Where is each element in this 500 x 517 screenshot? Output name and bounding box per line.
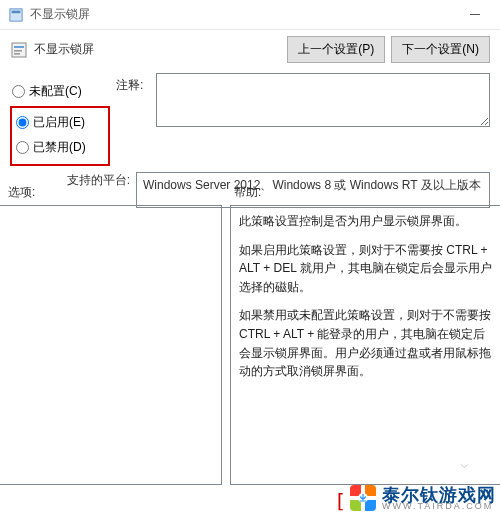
minimize-button[interactable] [458,4,492,26]
svg-rect-1 [12,10,21,13]
radio-disabled[interactable]: 已禁用(D) [14,135,106,160]
lower-panels: 选项: 帮助: 此策略设置控制是否为用户显示锁屏界面。 如果启用此策略设置，则对… [0,182,500,517]
site-watermark: 泰尔钛游戏网 WWW.TAIRDA.COM [350,485,496,511]
help-paragraph: 如果禁用或未配置此策略设置，则对于不需要按 CTRL + ALT + 能登录的用… [239,306,492,380]
config-area: 未配置(C) 已启用(E) 已禁用(D) 注释: [0,73,500,166]
radio-not-configured-input[interactable] [12,85,25,98]
help-label: 帮助: [226,182,500,205]
options-label: 选项: [0,182,226,205]
radio-group: 未配置(C) 已启用(E) 已禁用(D) [10,73,110,166]
comment-label: 注释: [116,73,156,94]
radio-enabled[interactable]: 已启用(E) [14,110,106,135]
svg-rect-4 [14,50,22,52]
svg-rect-3 [14,46,24,48]
window-titlebar: 不显示锁屏 [0,0,500,30]
radio-disabled-label: 已禁用(D) [33,139,86,156]
highlight-box: 已启用(E) 已禁用(D) [10,106,110,166]
annotation-bracket: [ [334,489,346,513]
radio-not-configured[interactable]: 未配置(C) [10,79,110,104]
radio-enabled-input[interactable] [16,116,29,129]
next-setting-button[interactable]: 下一个设置(N) [391,36,490,63]
watermark-logo-icon [350,485,376,511]
watermark-domain: WWW.TAIRDA.COM [382,502,496,511]
radio-enabled-label: 已启用(E) [33,114,85,131]
options-panel[interactable] [0,205,222,485]
comment-input[interactable] [156,73,490,127]
help-paragraph: 如果启用此策略设置，则对于不需要按 CTRL + ALT + DEL 就用户，其… [239,241,492,297]
policy-name: 不显示锁屏 [34,41,287,58]
help-panel[interactable]: 此策略设置控制是否为用户显示锁屏界面。 如果启用此策略设置，则对于不需要按 CT… [230,205,500,485]
previous-setting-button[interactable]: 上一个设置(P) [287,36,385,63]
policy-header: 不显示锁屏 上一个设置(P) 下一个设置(N) [0,30,500,73]
policy-icon [10,41,28,59]
help-paragraph: 此策略设置控制是否为用户显示锁屏界面。 [239,212,492,231]
app-icon [8,7,24,23]
svg-rect-5 [14,53,20,55]
radio-disabled-input[interactable] [16,141,29,154]
radio-not-configured-label: 未配置(C) [29,83,82,100]
resize-grip-icon: ⌵ [460,455,468,471]
window-title: 不显示锁屏 [30,6,458,23]
